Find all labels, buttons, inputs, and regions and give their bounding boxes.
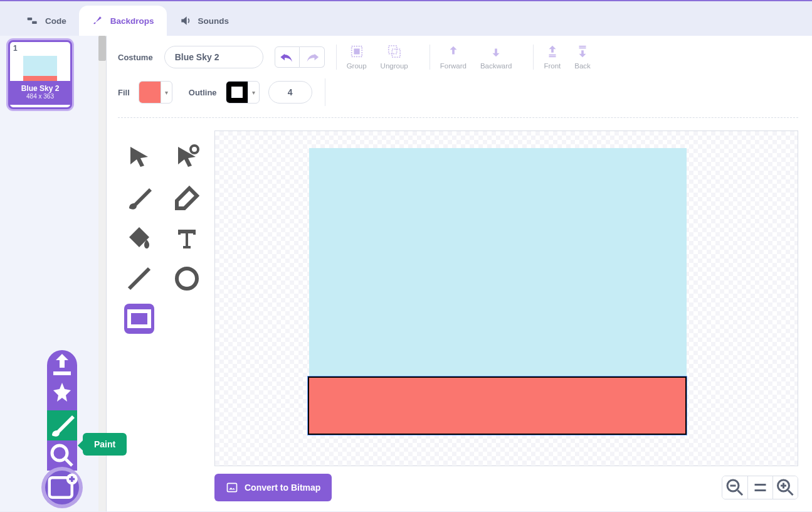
front-icon bbox=[546, 45, 559, 58]
paint-backdrop-button[interactable] bbox=[47, 410, 77, 440]
svg-line-11 bbox=[129, 269, 149, 289]
svg-point-26 bbox=[52, 445, 67, 461]
selected-rectangle[interactable] bbox=[308, 376, 687, 435]
svg-rect-6 bbox=[549, 55, 556, 56]
svg-rect-9 bbox=[579, 48, 586, 49]
brush-icon bbox=[92, 14, 104, 27]
svg-rect-13 bbox=[129, 311, 149, 326]
redo-button[interactable] bbox=[300, 46, 325, 68]
backward-icon bbox=[489, 45, 503, 58]
tab-label: Sounds bbox=[198, 16, 229, 26]
back-icon bbox=[576, 45, 589, 58]
select-tool[interactable] bbox=[124, 143, 154, 173]
ungroup-button[interactable]: Ungroup bbox=[381, 45, 408, 70]
paint-tooltip: Paint bbox=[83, 433, 127, 456]
image-icon bbox=[226, 481, 238, 494]
costume-preview bbox=[23, 56, 57, 81]
backward-button[interactable]: Backward bbox=[480, 45, 512, 70]
svg-line-16 bbox=[738, 491, 743, 496]
eraser-tool[interactable] bbox=[172, 183, 202, 213]
convert-bitmap-button[interactable]: Convert to Bitmap bbox=[214, 474, 332, 501]
svg-rect-8 bbox=[579, 46, 586, 47]
tab-backdrops[interactable]: Backdrops bbox=[79, 6, 167, 36]
add-backdrop-button[interactable] bbox=[45, 471, 79, 504]
toolbox bbox=[118, 131, 206, 503]
ungroup-icon bbox=[388, 45, 401, 58]
group-button[interactable]: Group bbox=[347, 45, 367, 70]
fill-label: Fill bbox=[118, 88, 130, 97]
costume-thumbnail[interactable]: 1 Blue Sky 2 484 x 363 bbox=[8, 40, 72, 109]
svg-point-12 bbox=[177, 269, 197, 289]
svg-rect-0 bbox=[28, 18, 33, 20]
code-icon bbox=[26, 14, 39, 27]
svg-rect-28 bbox=[53, 371, 71, 375]
chevron-down-icon: ▾ bbox=[248, 82, 259, 103]
reshape-tool[interactable] bbox=[172, 143, 202, 173]
outline-width-input[interactable] bbox=[268, 81, 312, 104]
zoom-in-button[interactable] bbox=[772, 476, 798, 499]
brush-tool[interactable] bbox=[124, 183, 154, 213]
fill-tool[interactable] bbox=[124, 223, 154, 253]
tab-label: Code bbox=[45, 16, 66, 26]
paint-canvas[interactable] bbox=[214, 131, 798, 466]
zoom-controls bbox=[722, 476, 798, 499]
forward-icon bbox=[446, 45, 460, 58]
costume-number: 1 bbox=[13, 44, 18, 53]
svg-rect-1 bbox=[32, 21, 36, 24]
circle-tool[interactable] bbox=[172, 264, 202, 294]
chevron-down-icon: ▾ bbox=[161, 82, 172, 103]
search-backdrop-button[interactable] bbox=[47, 440, 77, 471]
line-tool[interactable] bbox=[124, 264, 154, 294]
tab-sounds[interactable]: Sounds bbox=[167, 6, 242, 36]
front-button[interactable]: Front bbox=[544, 45, 561, 70]
svg-line-27 bbox=[66, 459, 72, 466]
tab-code[interactable]: Code bbox=[14, 6, 79, 36]
costume-dimensions: 484 x 363 bbox=[10, 93, 70, 100]
undo-button[interactable] bbox=[275, 46, 300, 68]
forward-button[interactable]: Forward bbox=[440, 45, 467, 70]
text-tool[interactable] bbox=[172, 223, 202, 253]
outline-color-picker[interactable]: ▾ bbox=[226, 81, 260, 104]
back-button[interactable]: Back bbox=[574, 45, 591, 70]
zoom-reset-button[interactable] bbox=[747, 476, 772, 499]
zoom-out-button[interactable] bbox=[722, 476, 747, 499]
svg-line-21 bbox=[788, 491, 793, 496]
svg-rect-14 bbox=[228, 483, 237, 491]
upload-backdrop-button[interactable] bbox=[47, 350, 77, 380]
svg-point-10 bbox=[191, 146, 198, 153]
fill-color-picker[interactable]: ▾ bbox=[139, 81, 172, 104]
sound-icon bbox=[179, 14, 192, 27]
tab-label: Backdrops bbox=[110, 16, 154, 26]
group-icon bbox=[350, 45, 364, 58]
tab-bar: Code Backdrops Sounds bbox=[0, 1, 812, 36]
svg-rect-7 bbox=[549, 56, 556, 57]
add-menu bbox=[45, 350, 79, 504]
costume-label: Costume bbox=[118, 53, 153, 62]
costume-name: Blue Sky 2 bbox=[10, 84, 70, 93]
outline-label: Outline bbox=[189, 88, 217, 97]
costume-name-input[interactable] bbox=[164, 46, 263, 68]
rectangle-tool[interactable] bbox=[124, 304, 154, 334]
surprise-backdrop-button[interactable] bbox=[47, 380, 77, 410]
svg-rect-3 bbox=[354, 48, 359, 54]
